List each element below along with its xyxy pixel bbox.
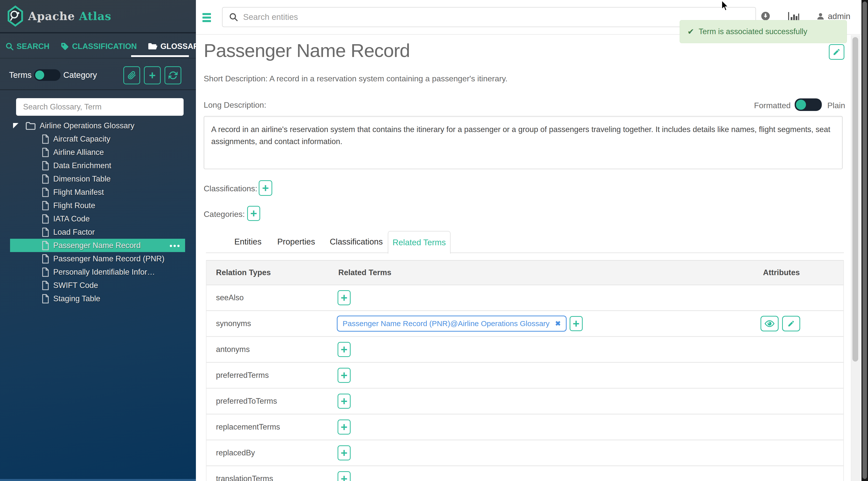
- toggle-knob: [35, 70, 44, 79]
- formatted-plain-toggle[interactable]: [795, 98, 822, 111]
- document-icon: [42, 267, 49, 277]
- classifications-label: Classifications:: [204, 184, 257, 193]
- column-header-related-terms: Related Terms: [338, 261, 391, 285]
- paperclip-icon: [128, 70, 136, 80]
- content-scrollbar-thumb[interactable]: [852, 37, 858, 361]
- tree-node-term[interactable]: IATA Code: [0, 212, 196, 225]
- tab-entities[interactable]: Entities: [234, 237, 261, 247]
- edit-term-button[interactable]: [829, 44, 844, 60]
- add-related-term-button[interactable]: +: [338, 290, 351, 305]
- add-related-term-button[interactable]: +: [338, 445, 351, 460]
- add-related-term-button[interactable]: +: [569, 316, 583, 331]
- tab-related-terms[interactable]: Related Terms: [388, 231, 451, 254]
- attach-glossary-button[interactable]: [123, 66, 140, 84]
- tree-node-label: Passenger Name Record: [53, 241, 141, 250]
- attributes-cell: [761, 316, 800, 331]
- app-logo[interactable]: Apache Atlas: [0, 0, 196, 33]
- glossary-search-input[interactable]: [16, 98, 184, 116]
- tree-node-term[interactable]: Passenger Name Record: [0, 239, 196, 252]
- tree-node-label: Personally Identifiable Infor…: [53, 267, 155, 277]
- username: admin: [828, 11, 850, 21]
- expander-triangle-icon[interactable]: [13, 123, 19, 129]
- active-tab-underline: [131, 55, 189, 57]
- refresh-icon: [168, 71, 178, 80]
- nav-item-classification[interactable]: CLASSIFICATION: [61, 35, 137, 58]
- tree-node-label: Data Enrichment: [53, 161, 111, 170]
- add-category-button[interactable]: +: [247, 206, 260, 221]
- nav-item-glossary[interactable]: GLOSSARY: [148, 35, 204, 58]
- tree-node-term[interactable]: Load Factor: [0, 225, 196, 239]
- create-glossary-button[interactable]: +: [144, 66, 161, 84]
- document-icon: [42, 188, 49, 197]
- document-icon: [42, 174, 49, 184]
- terms-category-toggle[interactable]: [34, 69, 61, 81]
- check-icon: ✔: [687, 27, 694, 36]
- relation-row-antonyms: antonyms+: [207, 337, 843, 363]
- tree-node-term[interactable]: Aircraft Capacity: [0, 132, 196, 146]
- relation-type-label: preferredToTerms: [216, 397, 277, 406]
- plain-toggle-label: Plain: [827, 101, 845, 110]
- nav-item-search[interactable]: SEARCH: [5, 35, 50, 58]
- term-chip[interactable]: Passenger Name Record (PNR)@Airline Oper…: [337, 316, 567, 332]
- tree-node-label: SWIFT Code: [53, 281, 98, 290]
- remove-term-icon[interactable]: ✖: [555, 320, 561, 328]
- tab-properties[interactable]: Properties: [277, 237, 315, 247]
- long-description-label: Long Description:: [204, 100, 266, 110]
- user-menu[interactable]: admin: [816, 11, 850, 21]
- view-attributes-button[interactable]: [761, 316, 779, 331]
- tree-node-label: Flight Route: [53, 201, 95, 210]
- pencil-icon: [787, 320, 795, 327]
- document-icon: [42, 161, 49, 170]
- tree-node-glossary-root[interactable]: Airline Operations Glossary: [0, 119, 196, 132]
- relation-type-label: translationTerms: [216, 474, 273, 481]
- add-classification-button[interactable]: +: [259, 180, 272, 196]
- hamburger-menu-icon[interactable]: [203, 13, 211, 24]
- tabs-baseline: [206, 253, 844, 253]
- pencil-icon: [833, 48, 841, 56]
- nav-label: CLASSIFICATION: [72, 42, 137, 51]
- download-icon[interactable]: [761, 11, 770, 21]
- nav-label: SEARCH: [17, 42, 50, 51]
- sidebar-hscrollbar[interactable]: [0, 479, 196, 481]
- category-toggle-label: Category: [63, 70, 97, 80]
- related-terms-cell: Passenger Name Record (PNR)@Airline Oper…: [337, 316, 583, 332]
- tree-node-term[interactable]: Staging Table: [0, 292, 196, 305]
- add-related-term-button[interactable]: +: [338, 471, 351, 481]
- term-options-icon[interactable]: [170, 245, 180, 247]
- relation-row-translationTerms: translationTerms+: [207, 466, 843, 481]
- entity-search: [222, 7, 756, 27]
- long-description-box[interactable]: A record in an airline's reservation sys…: [204, 116, 843, 169]
- relation-type-label: antonyms: [216, 345, 250, 354]
- refresh-glossary-button[interactable]: [164, 66, 181, 84]
- document-icon: [42, 241, 49, 250]
- atlas-logo-icon: [7, 5, 23, 27]
- relation-type-label: preferredTerms: [216, 371, 269, 380]
- tree-node-term[interactable]: Personally Identifiable Infor…: [0, 265, 196, 279]
- tree-node-term[interactable]: Flight Route: [0, 199, 196, 212]
- mouse-cursor: [721, 0, 730, 11]
- short-description: Short Description: A record in a reserva…: [204, 74, 507, 83]
- tree-node-term[interactable]: Data Enrichment: [0, 159, 196, 172]
- add-related-term-button[interactable]: +: [338, 394, 351, 409]
- add-related-term-button[interactable]: +: [338, 368, 351, 383]
- tree-node-term[interactable]: Passenger Name Record (PNR): [0, 252, 196, 265]
- glossary-tree: Airline Operations Glossary Aircraft Cap…: [0, 119, 196, 305]
- tree-node-label: Load Factor: [53, 228, 95, 237]
- tab-classifications[interactable]: Classifications: [330, 237, 383, 247]
- term-chip-label: Passenger Name Record (PNR)@Airline Oper…: [343, 319, 550, 328]
- relation-row-replacedBy: replacedBy+: [207, 440, 843, 466]
- tree-node-term[interactable]: Dimension Table: [0, 172, 196, 186]
- success-toast[interactable]: ✔ Term is associated successfully: [680, 20, 847, 43]
- entity-search-input[interactable]: [243, 12, 755, 22]
- add-related-term-button[interactable]: +: [338, 419, 351, 435]
- related-terms-table: Relation Types Related Terms Attributes …: [206, 260, 844, 481]
- add-related-term-button[interactable]: +: [338, 342, 351, 357]
- tree-node-term[interactable]: Flight Manifest: [0, 186, 196, 199]
- tree-node-term[interactable]: Airline Alliance: [0, 146, 196, 159]
- window-scrollbar-thumb[interactable]: [863, 1, 867, 479]
- edit-attributes-button[interactable]: [782, 316, 800, 331]
- tree-node-term[interactable]: SWIFT Code: [0, 279, 196, 292]
- main-area: admin ✔ Term is associated successfully …: [196, 0, 862, 481]
- relation-type-label: replacedBy: [216, 448, 255, 457]
- statistics-icon[interactable]: [788, 11, 799, 21]
